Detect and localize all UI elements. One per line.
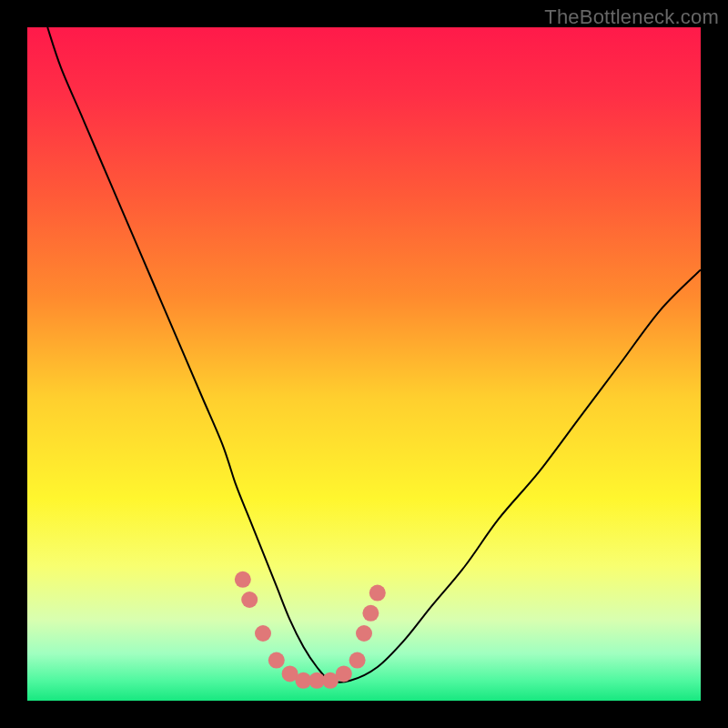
chart-svg: [27, 27, 701, 701]
highlight-marker: [356, 625, 372, 642]
plot-area: [27, 27, 701, 701]
highlight-marker: [255, 625, 271, 642]
highlight-marker: [349, 652, 366, 669]
highlight-marker: [235, 571, 251, 588]
highlight-marker: [369, 585, 386, 602]
chart-container: TheBottleneck.com: [0, 0, 728, 728]
gradient-background: [27, 27, 701, 701]
highlight-marker: [336, 665, 352, 682]
highlight-marker: [362, 605, 379, 622]
highlight-marker: [268, 652, 285, 669]
watermark-text: TheBottleneck.com: [544, 5, 719, 29]
highlight-marker: [241, 592, 258, 608]
